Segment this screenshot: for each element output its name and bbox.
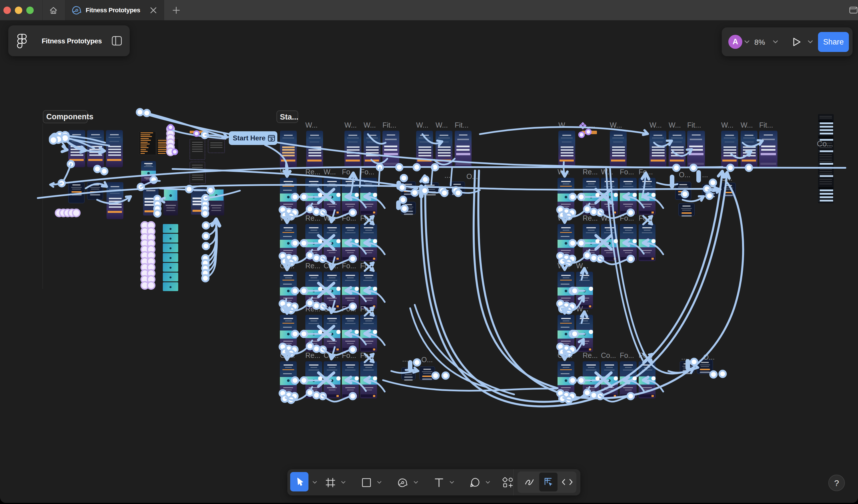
svg-text:...: ... (589, 122, 595, 129)
